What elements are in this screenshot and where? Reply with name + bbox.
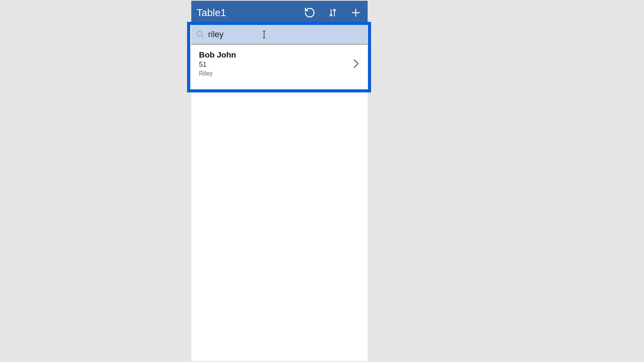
header-actions — [303, 6, 363, 19]
sort-icon — [328, 7, 338, 18]
chevron-right-icon — [352, 58, 361, 69]
refresh-icon — [304, 7, 315, 18]
list-item-text: Bob John 51 Riley — [199, 50, 352, 77]
refresh-button[interactable] — [303, 6, 316, 19]
search-row[interactable] — [191, 25, 368, 44]
sort-button[interactable] — [326, 6, 339, 19]
plus-icon — [350, 7, 361, 18]
header-bar: Table1 — [191, 1, 368, 25]
list-item-sub2: Riley — [199, 69, 352, 78]
search-input[interactable] — [206, 28, 363, 41]
list-item-name: Bob John — [199, 50, 352, 60]
list-item[interactable]: Bob John 51 Riley — [191, 44, 368, 82]
app-screen: Table1 — [191, 1, 368, 361]
add-button[interactable] — [349, 6, 362, 19]
list-item-sub1: 51 — [199, 60, 352, 69]
search-icon — [194, 30, 206, 39]
page-title: Table1 — [197, 7, 303, 19]
svg-line-5 — [201, 35, 204, 38]
